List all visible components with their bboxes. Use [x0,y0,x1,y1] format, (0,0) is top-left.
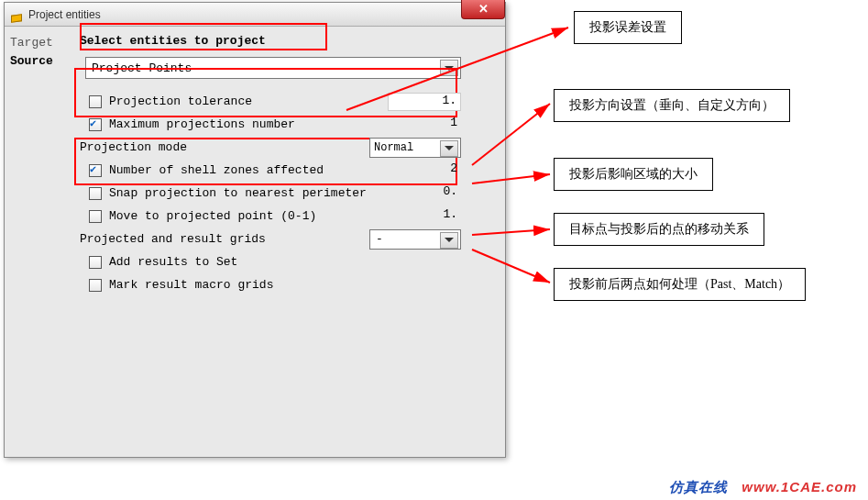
checkbox-move-projected[interactable] [89,210,102,223]
label-projection-mode: Projection mode [80,140,369,154]
project-entities-window: Project entities ✕ Target Source Select … [4,2,506,458]
label-max-projections: Maximum projections number [109,117,388,131]
value-shell-zones[interactable]: 2 [388,161,461,180]
label-mark-macro-grids: Mark result macro grids [109,278,461,292]
label-add-results-set: Add results to Set [109,255,461,269]
checkbox-shell-zones[interactable] [89,164,102,177]
label-projected-result-grids: Projected and result grids [80,232,369,246]
row-projection-mode: Projection mode Normal [80,136,461,159]
label-snap-projection: Snap projection to nearest perimeter [109,186,388,200]
value-projection-tolerance[interactable]: 1. [388,93,461,111]
label-projection-tolerance: Projection tolerance [109,94,388,108]
watermark-url: www.1CAE.com [742,479,857,494]
chevron-down-icon [440,140,458,157]
annotation-direction: 投影方向设置（垂向、自定义方向） [554,89,790,122]
panel-heading: Select entities to project [80,34,494,48]
watermark-cn: 仿真在线 [669,479,728,494]
label-move-projected: Move to projected point (0-1) [109,209,388,223]
row-projection-tolerance: Projection tolerance 1. [80,90,461,113]
checkbox-snap-projection[interactable] [89,187,102,200]
close-button[interactable]: ✕ [461,0,505,19]
window-title: Project entities [28,8,101,21]
row-add-results-set: Add results to Set [80,250,461,273]
annotation-move: 目标点与投影后的点的移动关系 [554,213,764,246]
checkbox-mark-macro-grids[interactable] [89,279,102,292]
annotation-zones: 投影后影响区域的大小 [554,158,713,191]
close-icon: ✕ [478,2,489,16]
watermark: 仿真在线 www.1CAE.com [669,479,857,496]
projected-result-grids-value: - [376,232,383,246]
sidebar-item-target[interactable]: Target [10,34,71,52]
checkbox-max-projections[interactable] [89,118,102,131]
value-max-projections[interactable]: 1 [388,116,461,134]
row-move-projected: Move to projected point (0-1) 1. [80,205,461,228]
titlebar[interactable]: Project entities ✕ [5,3,505,27]
chevron-down-icon [440,232,458,249]
value-snap-projection[interactable]: 0. [388,184,461,203]
sidebar-item-source[interactable]: Source [10,52,71,71]
row-shell-zones: Number of shell zones affected 2 [80,159,461,182]
checkbox-add-results-set[interactable] [89,256,102,269]
main-panel: Select entities to project Project Point… [76,27,505,457]
row-mark-macro-grids: Mark result macro grids [80,273,461,296]
annotation-grids: 投影前后两点如何处理（Past、Match） [554,268,806,301]
projected-result-grids-dropdown[interactable]: - [369,229,461,250]
projection-mode-dropdown[interactable]: Normal [369,138,461,158]
row-snap-projection: Snap projection to nearest perimeter 0. [80,182,461,205]
sidebar: Target Source [5,27,76,457]
checkbox-projection-tolerance[interactable] [89,95,102,108]
annotation-tolerance: 投影误差设置 [574,11,682,44]
dropdown-value: Project Points [92,61,192,75]
app-icon [10,8,23,21]
row-projected-result-grids: Projected and result grids - [80,228,461,250]
chevron-down-icon [440,60,458,76]
projection-mode-value: Normal [374,141,413,154]
value-move-projected[interactable]: 1. [388,207,461,226]
project-points-dropdown[interactable]: Project Points [85,57,461,79]
row-max-projections: Maximum projections number 1 [80,113,461,136]
label-shell-zones: Number of shell zones affected [109,163,388,177]
